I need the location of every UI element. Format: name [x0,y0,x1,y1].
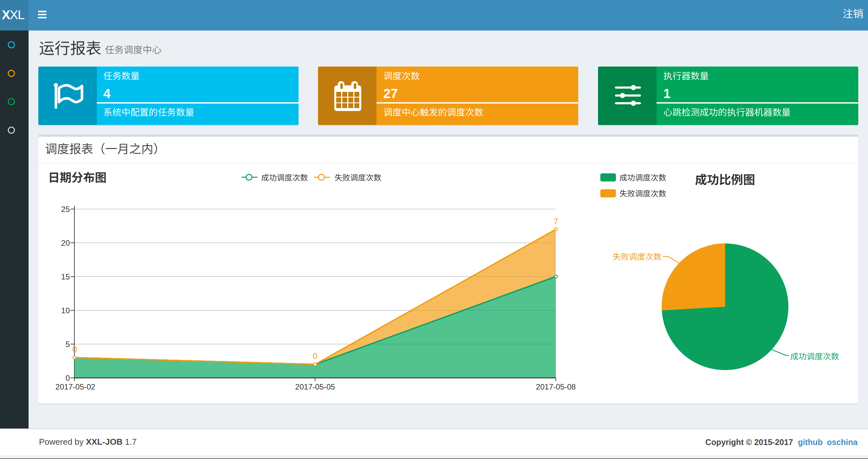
svg-text:0: 0 [313,351,317,361]
svg-text:20: 20 [61,238,70,248]
svg-text:2017-05-08: 2017-05-08 [536,383,576,391]
svg-text:0: 0 [72,345,77,354]
svg-text:1: 1 [663,86,671,101]
svg-text:2017-05-02: 2017-05-02 [56,383,95,391]
svg-text:15: 15 [61,272,70,281]
svg-text:2017-05-05: 2017-05-05 [295,383,335,391]
svg-text:0: 0 [66,373,70,383]
svg-text:27: 27 [383,86,398,101]
svg-text:10: 10 [61,306,70,315]
svg-text:25: 25 [61,205,70,214]
svg-text:7: 7 [554,217,558,226]
svg-text:4: 4 [103,86,111,101]
svg-text:5: 5 [66,340,70,349]
